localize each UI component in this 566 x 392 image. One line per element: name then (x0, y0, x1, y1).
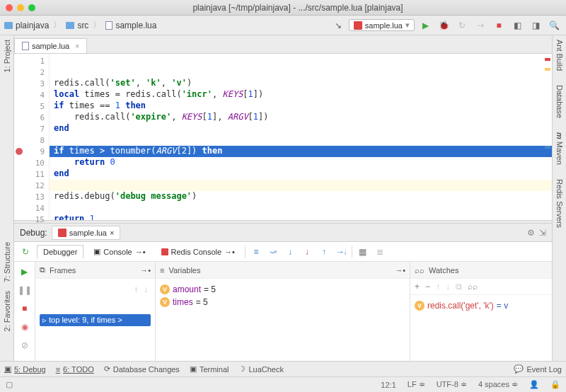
watch-up-icon[interactable]: ↑ (436, 282, 440, 292)
redis-servers-tool-button[interactable]: Redis Servers (555, 179, 564, 228)
stop-button[interactable]: ■ (491, 18, 507, 33)
warning-stripe-mark[interactable] (545, 68, 550, 71)
variables-title: Variables (168, 266, 200, 275)
navigation-bar: plainjava 〉 src 〉 sample.lua ↘ sample.lu… (0, 16, 566, 35)
redis-config-icon (354, 21, 362, 30)
resume-button[interactable]: ▶ (18, 265, 32, 279)
caret-stripe-mark[interactable] (545, 146, 550, 149)
caret-position[interactable]: 12:1 (381, 381, 395, 389)
breadcrumb-file: sample.lua (115, 21, 156, 30)
frame-down-icon[interactable]: ↓ (144, 284, 148, 294)
error-stripe-mark[interactable] (545, 58, 550, 61)
remove-watch-icon[interactable]: − (425, 282, 430, 292)
variable-row[interactable]: V times = 5 (160, 296, 405, 309)
editor-tab-sample[interactable]: sample.lua × (14, 38, 87, 53)
line-separator[interactable]: LF ≑ (408, 380, 425, 389)
run-button[interactable]: ▶ (417, 18, 433, 33)
debug-label: Debug: (20, 228, 47, 238)
attach-button[interactable]: ⇢ (473, 18, 488, 33)
left-tool-strip: 1: Project 7: Structure 2: Favorites (0, 35, 14, 361)
code-editor[interactable]: 123456789101112131415 redis.call('set', … (14, 54, 552, 220)
view-breakpoints-button[interactable]: ◉ (18, 320, 32, 334)
redis-console-tab[interactable]: Redis Console →• (156, 246, 241, 258)
breadcrumb-folder: src (77, 21, 88, 30)
maven-tool-button[interactable]: m Maven (555, 132, 564, 165)
project-tool-button[interactable]: 1: Project (3, 40, 11, 72)
mute-breakpoints-button[interactable]: ⊘ (18, 338, 32, 352)
debug-control-sidebar: ▶ ❚❚ ■ ◉ ⊘ (14, 262, 35, 361)
force-step-into-icon[interactable]: ↓ (301, 246, 313, 258)
stop-button[interactable]: ■ (18, 301, 32, 316)
watch-row[interactable]: V redis.call('get', 'k') = v (415, 299, 548, 312)
close-window-button[interactable] (6, 4, 13, 11)
watch-view-icon[interactable]: ⌕⌕ (468, 282, 478, 292)
lua-file-icon (105, 21, 112, 30)
debugger-tab[interactable]: Debugger (37, 245, 83, 259)
traffic-lights (6, 4, 35, 11)
luacheck-tool-button[interactable]: ☽ LuaCheck (238, 364, 284, 374)
lua-file-icon (22, 42, 29, 50)
variables-panel: ≡Variables →• V amount = 5V times = 5 (156, 262, 410, 361)
editor-code-area[interactable]: redis.call('set', 'k', 'v')local times =… (50, 54, 552, 220)
debug-button[interactable]: 🐞 (436, 18, 451, 33)
minimize-window-button[interactable] (17, 4, 24, 11)
run-configuration-select[interactable]: sample.lua ▾ (349, 19, 415, 31)
file-encoding[interactable]: UTF-8 ≑ (437, 380, 467, 389)
variable-row[interactable]: V amount = 5 (160, 283, 405, 296)
more-icon[interactable]: ≣ (374, 246, 386, 258)
ant-build-tool-button[interactable]: Ant Build (555, 40, 564, 71)
search-everywhere-button[interactable]: 🔍 (546, 18, 562, 33)
debug-tool-window: Debug: sample.lua × ⚙ ⇲ ↻ Debugger ▣ Con… (14, 224, 552, 361)
copy-watch-icon[interactable]: ⧉ (456, 282, 462, 292)
stack-frame-selected[interactable]: ▹ top level: 9, if times > (40, 314, 151, 326)
frames-panel: ⧉Frames →• ↑ ↓ ▹ top level: 9, if times … (35, 262, 156, 361)
terminal-tool-button[interactable]: ▣ Terminal (190, 364, 229, 374)
close-icon[interactable]: × (110, 229, 114, 237)
debug-settings-icon[interactable]: ⚙ (527, 228, 535, 238)
frames-title: Frames (50, 266, 76, 275)
debug-session-tab[interactable]: sample.lua × (52, 226, 121, 240)
zoom-window-button[interactable] (28, 4, 35, 11)
lock-icon[interactable]: 🔒 (550, 380, 560, 389)
project-icon (4, 22, 13, 29)
folder-icon (66, 22, 74, 29)
frame-up-icon[interactable]: ↑ (134, 284, 138, 294)
database-changes-tool-button[interactable]: ⟳ Database Changes (104, 364, 180, 374)
run-to-cursor-icon[interactable]: →ᵢ (335, 246, 347, 258)
window-titlebar: plainjava [~/tmp/plainjava] - .../src/sa… (0, 0, 566, 16)
indent-settings[interactable]: 4 spaces ≑ (478, 380, 518, 389)
step-out-icon[interactable]: ↑ (318, 246, 330, 258)
step-into-icon[interactable]: ↓ (284, 246, 296, 258)
breadcrumb-project: plainjava (16, 21, 49, 30)
watch-down-icon[interactable]: ↓ (446, 282, 450, 292)
layout-button[interactable]: ◧ (509, 18, 525, 33)
profiler-button[interactable]: ◨ (528, 18, 543, 33)
event-log-tool-button[interactable]: 💬 Event Log (514, 364, 562, 374)
structure-tool-button[interactable]: 7: Structure (3, 242, 11, 282)
debug-tool-button[interactable]: ▣ 5: Debug (4, 364, 46, 374)
watches-title: Watches (429, 266, 458, 275)
favorites-tool-button[interactable]: 2: Favorites (3, 291, 11, 331)
step-over-icon[interactable]: ⤻ (267, 246, 279, 258)
rerun-button[interactable]: ↻ (454, 18, 470, 33)
console-tab[interactable]: ▣ Console →• (88, 245, 151, 258)
status-bar: ▢ 12:1 LF ≑ UTF-8 ≑ 4 spaces ≑ 👤 🔒 (0, 376, 566, 392)
watches-panel: ⌕⌕Watches + − ↑ ↓ ⧉ ⌕⌕ V redis.call('get… (410, 262, 552, 361)
add-watch-icon[interactable]: + (415, 282, 420, 292)
right-tool-strip: Ant Build Database m Maven Redis Servers (552, 35, 566, 361)
breadcrumb[interactable]: plainjava 〉 src 〉 sample.lua (4, 19, 156, 31)
pause-button[interactable]: ❚❚ (18, 283, 32, 297)
hide-panel-icon[interactable]: ⇲ (539, 228, 546, 238)
evaluate-expression-icon[interactable]: ▦ (357, 246, 369, 258)
editor-tab-label: sample.lua (32, 42, 69, 50)
show-frames-icon[interactable]: ≡ (250, 246, 262, 258)
close-tab-icon[interactable]: × (75, 42, 79, 50)
build-button[interactable]: ↘ (330, 18, 346, 33)
database-tool-button[interactable]: Database (555, 85, 564, 118)
bottom-tool-strip: ▣ 5: Debug ≡ 6: TODO ⟳ Database Changes … (0, 361, 566, 376)
editor-gutter[interactable]: 123456789101112131415 (14, 54, 50, 220)
inspection-indicator-icon[interactable]: 👤 (529, 380, 539, 389)
todo-tool-button[interactable]: ≡ 6: TODO (56, 365, 94, 374)
restore-layout-button[interactable]: ↻ (18, 245, 33, 259)
status-rect-icon[interactable]: ▢ (6, 380, 13, 389)
